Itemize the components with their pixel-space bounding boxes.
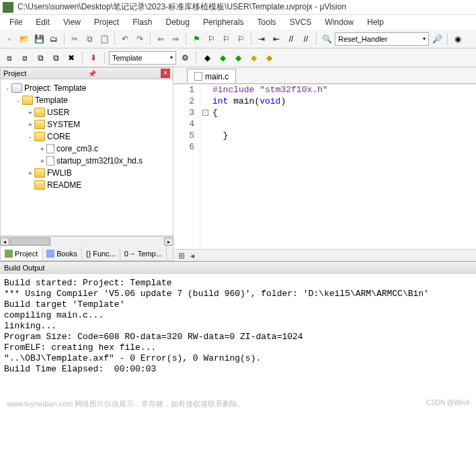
titlebar: C:\Users\sunwen\Desktop\笔记记录\2023-标准库移植模… — [0, 0, 476, 15]
go-button-icon[interactable]: 🔎 — [430, 32, 444, 46]
file-tab-main[interactable]: main.c — [187, 69, 236, 83]
pin-icon[interactable]: 📌 — [88, 70, 96, 77]
menu-file[interactable]: File — [3, 16, 29, 28]
tab-templates[interactable]: 0→ Temp... — [120, 246, 167, 260]
go-to-combo[interactable]: Reset_Handler ▾ — [335, 32, 429, 46]
build-output-body[interactable]: Build started: Project: Template *** Usi… — [0, 274, 476, 381]
toggle-icon[interactable]: + — [26, 121, 34, 129]
uncomment-icon[interactable]: // — [299, 32, 313, 46]
toggle-icon[interactable]: - — [26, 133, 34, 141]
tree-group-system[interactable]: + SYSTEM — [2, 118, 171, 131]
undo-icon[interactable]: ↶ — [118, 32, 132, 46]
options-icon[interactable]: ⚙ — [178, 51, 192, 65]
nav-fwd-icon[interactable]: ⇒ — [169, 32, 182, 46]
fold-column[interactable]: - — [200, 84, 210, 249]
fold-icon[interactable]: - — [202, 110, 208, 116]
code-line[interactable]: { — [212, 107, 476, 118]
h-scrollbar[interactable]: ◂ ▸ — [0, 236, 173, 246]
cut-icon[interactable]: ✂ — [68, 32, 81, 46]
target-combo[interactable]: Template ▾ — [109, 51, 176, 65]
menu-peripherals[interactable]: Peripherals — [196, 16, 251, 28]
tree-group-fwlib[interactable]: + FWLIB — [2, 167, 171, 179]
build-output-header: Build Output — [0, 262, 476, 274]
menu-window[interactable]: Window — [318, 16, 360, 28]
help-icon[interactable]: ◆ — [262, 51, 276, 65]
bookmark-clear-icon[interactable]: ⚐ — [234, 32, 247, 46]
rte-icon[interactable]: ◆ — [231, 51, 245, 65]
tree-group-readme[interactable]: README — [2, 179, 171, 191]
debug-icon[interactable]: ◉ — [451, 32, 465, 46]
tab-project[interactable]: Project — [1, 246, 42, 260]
toggle-icon[interactable]: + — [38, 157, 46, 165]
split-icon[interactable]: ⊞ — [176, 251, 187, 260]
footer-left: www.toymoban.com 网络图片仅供展示，非存储，如有侵权请联系删除。 — [7, 399, 245, 409]
open-icon[interactable]: 📂 — [17, 32, 31, 46]
separator — [186, 33, 186, 45]
code-line[interactable] — [212, 118, 476, 130]
scroll-thumb[interactable] — [10, 238, 50, 246]
build-icon[interactable]: ⧈ — [18, 51, 32, 65]
tree-root[interactable]: - Project: Template — [2, 82, 171, 94]
menu-flash[interactable]: Flash — [126, 16, 159, 28]
editor-h-scrollbar[interactable]: ⊞ ◂ — [173, 249, 476, 261]
find-icon[interactable]: 🔍 — [320, 32, 333, 46]
separator — [114, 33, 115, 45]
toggle-icon[interactable]: + — [38, 145, 46, 153]
menu-help[interactable]: Help — [360, 16, 391, 28]
indent-icon[interactable]: ⇥ — [255, 32, 268, 46]
bookmark-next-icon[interactable]: ⚐ — [219, 32, 233, 46]
separator — [447, 33, 448, 45]
project-tree[interactable]: - Project: Template - Template + USER + … — [0, 79, 173, 236]
paste-icon[interactable]: 📋 — [97, 32, 111, 46]
code-line[interactable]: } — [212, 130, 476, 141]
tree-target[interactable]: - Template — [2, 94, 171, 106]
batch-build-icon[interactable]: ⧉ — [49, 51, 63, 65]
manage-icon[interactable]: ◆ — [200, 51, 214, 65]
menu-project[interactable]: Project — [87, 16, 126, 28]
menu-debug[interactable]: Debug — [159, 16, 196, 28]
code-view[interactable]: 1 2 3 4 5 6 - #include "stm32f10x.h" int… — [173, 83, 476, 249]
code-line[interactable] — [212, 141, 476, 153]
menu-edit[interactable]: Edit — [29, 16, 56, 28]
packs-icon[interactable]: ◆ — [216, 51, 229, 65]
menu-tools[interactable]: Tools — [251, 16, 283, 28]
close-icon[interactable]: × — [161, 69, 170, 78]
tree-label: Project: Template — [24, 83, 87, 93]
translate-icon[interactable]: ⧈ — [3, 51, 16, 65]
toggle-icon[interactable]: - — [3, 85, 11, 92]
menu-svcs[interactable]: SVCS — [283, 16, 319, 28]
copy-icon[interactable]: ⧉ — [83, 32, 96, 46]
tree-file-startup[interactable]: + startup_stm32f10x_hd.s — [2, 155, 171, 167]
tree-file-core-cm3[interactable]: + core_cm3.c — [2, 143, 171, 155]
outdent-icon[interactable]: ⇤ — [270, 32, 283, 46]
comment-icon[interactable]: // — [284, 32, 298, 46]
nav-back-icon[interactable]: ⇐ — [154, 32, 167, 46]
toggle-icon[interactable]: + — [26, 109, 34, 116]
menu-view[interactable]: View — [56, 16, 87, 28]
toggle-icon[interactable]: + — [26, 170, 34, 177]
books-icon[interactable]: ◆ — [247, 51, 260, 65]
bookmark-toggle-icon[interactable]: ⚑ — [190, 32, 203, 46]
stop-build-icon[interactable]: ✖ — [65, 51, 78, 65]
scroll-right-icon[interactable]: ▸ — [164, 238, 173, 246]
tree-group-user[interactable]: + USER — [2, 106, 171, 118]
new-icon[interactable]: ▫ — [3, 32, 16, 46]
tab-functions[interactable]: {} Func... — [82, 246, 120, 260]
save-all-icon[interactable]: 🗂 — [47, 32, 61, 46]
main-row: Project 📌 × - Project: Template - Templa… — [0, 67, 476, 261]
rebuild-icon[interactable]: ⧉ — [34, 51, 47, 65]
code-line[interactable]: #include "stm32f10x.h" — [212, 84, 476, 96]
scroll-left-icon[interactable]: ◂ — [0, 238, 9, 246]
code-line[interactable]: int main(void) — [212, 96, 476, 107]
go-to-label: Reset_Handler — [338, 35, 387, 43]
tab-books[interactable]: Books — [42, 246, 82, 260]
bookmark-prev-icon[interactable]: ⚐ — [204, 32, 218, 46]
scroll-left-icon[interactable]: ◂ — [187, 251, 198, 260]
tree-group-core[interactable]: - CORE — [2, 131, 171, 143]
toggle-icon[interactable]: - — [14, 97, 22, 104]
code-lines[interactable]: #include "stm32f10x.h" int main(void) { … — [210, 84, 476, 249]
save-icon[interactable]: 💾 — [32, 32, 46, 46]
download-icon[interactable]: ⬇ — [87, 51, 100, 65]
redo-icon[interactable]: ↷ — [133, 32, 147, 46]
build-line: Build target 'Template' — [4, 299, 472, 310]
